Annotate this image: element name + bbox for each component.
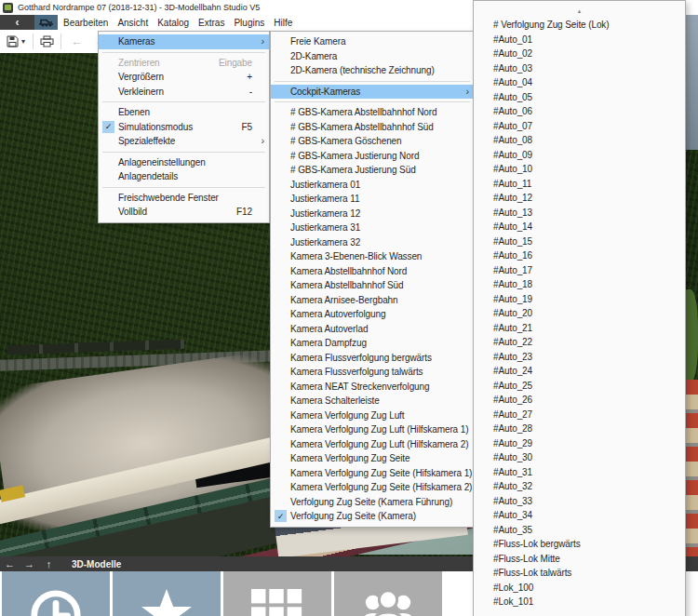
menu-item-justierkamera-32[interactable]: Justierkamera 32 bbox=[271, 235, 474, 250]
menu-item-auto-05[interactable]: #Auto_05 bbox=[474, 90, 685, 105]
menu-item-auto-30[interactable]: #Auto_30 bbox=[474, 450, 685, 465]
menu-item-gbs-kamera-justierung-s-d[interactable]: # GBS-Kamera Justierung Süd bbox=[271, 163, 474, 178]
menu-item-simulationsmodus[interactable]: ✓SimulationsmodusF5 bbox=[99, 120, 269, 135]
menu-item-verkleinern[interactable]: Verkleinern- bbox=[99, 85, 269, 100]
menu-item-auto-29[interactable]: #Auto_29 bbox=[474, 436, 685, 451]
menu-item-justierkamera-11[interactable]: Justierkamera 11 bbox=[271, 192, 474, 207]
menu-item-auto-20[interactable]: #Auto_20 bbox=[474, 306, 685, 321]
menu-item-anlagendetails[interactable]: Anlagendetails bbox=[99, 169, 269, 184]
menu-item-auto-25[interactable]: #Auto_25 bbox=[474, 379, 685, 394]
menu-item-gbs-kamera-abstellbahnhof-nord[interactable]: # GBS-Kamera Abstellbahnhof Nord bbox=[271, 105, 474, 120]
menu-item-auto-17[interactable]: #Auto_17 bbox=[474, 263, 685, 278]
tile-star[interactable] bbox=[113, 571, 221, 616]
menu-item-kamera-verfolgung-zug-luft[interactable]: Kamera Verfolgung Zug Luft bbox=[271, 408, 474, 423]
menu-item-spezialeffekte[interactable]: Spezialeffekte› bbox=[99, 134, 269, 149]
menu-item-kamera-dampfzug[interactable]: Kamera Dampfzug bbox=[271, 336, 474, 351]
menu-item-justierkamera-31[interactable]: Justierkamera 31 bbox=[271, 221, 474, 235]
menu-item-auto-03[interactable]: #Auto_03 bbox=[474, 61, 685, 76]
menu-item-kamera-3-ebenen-blick-wassen[interactable]: Kamera 3-Ebenen-Blick Wassen bbox=[271, 249, 474, 264]
menu-item-verfolgung-zug-seite-lok[interactable]: # Verfolgung Zug Seite (Lok) bbox=[474, 18, 685, 33]
back-button[interactable]: ‹ bbox=[0, 15, 34, 30]
menu-item-auto-33[interactable]: #Auto_33 bbox=[474, 494, 685, 509]
menu-item-auto-31[interactable]: #Auto_31 bbox=[474, 465, 685, 480]
menu-item-auto-16[interactable]: #Auto_16 bbox=[474, 248, 685, 263]
menu-item-auto-04[interactable]: #Auto_04 bbox=[474, 75, 685, 90]
menu-item-kameras[interactable]: Kameras› bbox=[99, 34, 269, 49]
save-button[interactable] bbox=[4, 32, 21, 52]
menu-item-2d-kamera[interactable]: 2D-Kamera bbox=[271, 49, 474, 64]
menu-item-anlageneinstellungen[interactable]: Anlageneinstellungen bbox=[99, 155, 269, 170]
menu-item-kamera-verfolgung-zug-luft-hilfskamera-2[interactable]: Kamera Verfolgung Zug Luft (Hilfskamera … bbox=[271, 437, 474, 452]
menu-item-kamera-autoverfolgung[interactable]: Kamera Autoverfolgung bbox=[271, 307, 474, 322]
menu-item-auto-21[interactable]: #Auto_21 bbox=[474, 321, 685, 336]
undo-button[interactable]: ← bbox=[65, 32, 88, 52]
menu-item-auto-13[interactable]: #Auto_13 bbox=[474, 206, 685, 221]
menu-item-auto-06[interactable]: #Auto_06 bbox=[474, 104, 685, 119]
menu-item-auto-15[interactable]: #Auto_15 bbox=[474, 234, 685, 249]
menu-item-auto-14[interactable]: #Auto_14 bbox=[474, 220, 685, 234]
menu-item-kamera-verfolgung-zug-seite-hifskamera-1[interactable]: Kamera Verfolgung Zug Seite (Hifskamera … bbox=[271, 466, 474, 481]
menu-item-kamera-abstellbahnhof-s-d[interactable]: Kamera Abstellbahnhof Süd bbox=[271, 278, 474, 293]
menu-item-auto-09[interactable]: #Auto_09 bbox=[474, 148, 685, 163]
tile-clock[interactable] bbox=[2, 571, 110, 616]
menu-item-auto-08[interactable]: #Auto_08 bbox=[474, 133, 685, 148]
menu-item-lok-100[interactable]: #Lok_100 bbox=[474, 581, 685, 596]
menubar-item-plugins[interactable]: Plugins bbox=[229, 18, 269, 28]
menubar-item-ansicht[interactable]: Ansicht bbox=[113, 18, 153, 28]
menu-item-auto-26[interactable]: #Auto_26 bbox=[474, 393, 685, 408]
menu-item-auto-23[interactable]: #Auto_23 bbox=[474, 350, 685, 365]
menu-item-fluss-lok-talw-rts[interactable]: #Fluss-Lok talwärts bbox=[474, 566, 685, 581]
menu-item-kamera-flussverfolgung-bergw-rts[interactable]: Kamera Flussverfolgung bergwärts bbox=[271, 351, 474, 366]
menu-item-auto-32[interactable]: #Auto_32 bbox=[474, 479, 685, 494]
menubar-item-bearbeiten[interactable]: Bearbeiten bbox=[59, 18, 113, 28]
menu-item-vergr-ern[interactable]: Vergrößern+ bbox=[99, 70, 269, 85]
menu-item-kamera-verfolgung-zug-luft-hilfskamera-1[interactable]: Kamera Verfolgung Zug Luft (Hilfskamera … bbox=[271, 422, 474, 437]
train-mode-button[interactable] bbox=[34, 15, 58, 30]
menu-item-kamera-autoverlad[interactable]: Kamera Autoverlad bbox=[271, 322, 474, 337]
menu-item-justierkamera-12[interactable]: Justierkamera 12 bbox=[271, 207, 474, 221]
menubar-item-katalog[interactable]: Katalog bbox=[153, 18, 194, 28]
menu-item-auto-12[interactable]: #Auto_12 bbox=[474, 191, 685, 206]
menu-item-auto-10[interactable]: #Auto_10 bbox=[474, 162, 685, 177]
menu-item-auto-18[interactable]: #Auto_18 bbox=[474, 277, 685, 292]
menu-item-auto-35[interactable]: #Auto_35 bbox=[474, 523, 685, 538]
tile-people[interactable] bbox=[334, 571, 442, 616]
menu-item-auto-07[interactable]: #Auto_07 bbox=[474, 119, 685, 134]
menu-item-fluss-lok-mitte[interactable]: #Fluss-Lok Mitte bbox=[474, 552, 685, 567]
save-dropdown-caret[interactable]: ▾ bbox=[21, 37, 29, 46]
forward-arrow-icon[interactable]: → bbox=[20, 558, 39, 569]
menu-item-kamera-neat-streckenverfolgung[interactable]: Kamera NEAT Streckenverfolgung bbox=[271, 380, 474, 395]
menu-item-kamera-verfolgung-zug-seite-hifskamera-2[interactable]: Kamera Verfolgung Zug Seite (Hifskamera … bbox=[271, 480, 474, 495]
menu-item-fluss-lok-bergw-rts[interactable]: #Fluss-Lok bergwärts bbox=[474, 537, 685, 552]
menu-item-zentrieren[interactable]: ZentrierenEingabe bbox=[99, 56, 269, 71]
tile-grid[interactable] bbox=[223, 571, 331, 616]
menu-item-2d-kamera-technische-zeichnung[interactable]: 2D-Kamera (technische Zeichnung) bbox=[271, 63, 474, 78]
menu-item-justierkamera-01[interactable]: Justierkamera 01 bbox=[271, 178, 474, 193]
menu-item-kamera-flussverfolgung-talw-rts[interactable]: Kamera Flussverfolgung talwärts bbox=[271, 365, 474, 380]
menu-item-vollbild[interactable]: VollbildF12 bbox=[99, 205, 269, 220]
menu-item-kamera-abstellbahnhof-nord[interactable]: Kamera Abstellbahnhof Nord bbox=[271, 264, 474, 279]
menu-item-gbs-kamera-g-schenen[interactable]: # GBS-Kamera Göschenen bbox=[271, 134, 474, 149]
menu-item-auto-24[interactable]: #Auto_24 bbox=[474, 364, 685, 379]
menu-item-auto-22[interactable]: #Auto_22 bbox=[474, 335, 685, 350]
menu-item-cockpit-kameras[interactable]: Cockpit-Kameras› bbox=[271, 85, 474, 100]
print-button[interactable] bbox=[37, 32, 57, 52]
menu-item-freie-kamera[interactable]: Freie Kamera bbox=[271, 34, 474, 49]
menu-item-lok-101[interactable]: #Lok_101 bbox=[474, 595, 685, 609]
menu-item-kamera-verfolgung-zug-seite[interactable]: Kamera Verfolgung Zug Seite bbox=[271, 451, 474, 466]
menu-item-auto-02[interactable]: #Auto_02 bbox=[474, 47, 685, 61]
menu-item-kamera-schalterleiste[interactable]: Kamera Schalterleiste bbox=[271, 394, 474, 408]
menu-item-auto-28[interactable]: #Auto_28 bbox=[474, 422, 685, 436]
menu-item-verfolgung-zug-seite-kamera[interactable]: ✓Verfolgung Zug Seite (Kamera) bbox=[271, 509, 474, 524]
menu-item-auto-11[interactable]: #Auto_11 bbox=[474, 177, 685, 192]
menu-item-auto-01[interactable]: #Auto_01 bbox=[474, 33, 685, 47]
menu-item-ebenen[interactable]: Ebenen bbox=[99, 105, 269, 120]
menu-item-verfolgung-zug-seite-kamera-f-hrung[interactable]: Verfolgung Zug Seite (Kamera Führung) bbox=[271, 495, 474, 510]
menu-item-gbs-kamera-abstellbahnhof-s-d[interactable]: # GBS-Kamera Abstellbahnhof Süd bbox=[271, 120, 474, 135]
menu-item-auto-27[interactable]: #Auto_27 bbox=[474, 408, 685, 422]
up-arrow-icon[interactable]: ↑ bbox=[39, 558, 59, 569]
menubar-item-extras[interactable]: Extras bbox=[194, 18, 229, 28]
menubar-item-hilfe[interactable]: Hilfe bbox=[269, 18, 297, 28]
back-arrow-icon[interactable]: ← bbox=[0, 558, 20, 569]
menu-item-auto-19[interactable]: #Auto_19 bbox=[474, 292, 685, 307]
